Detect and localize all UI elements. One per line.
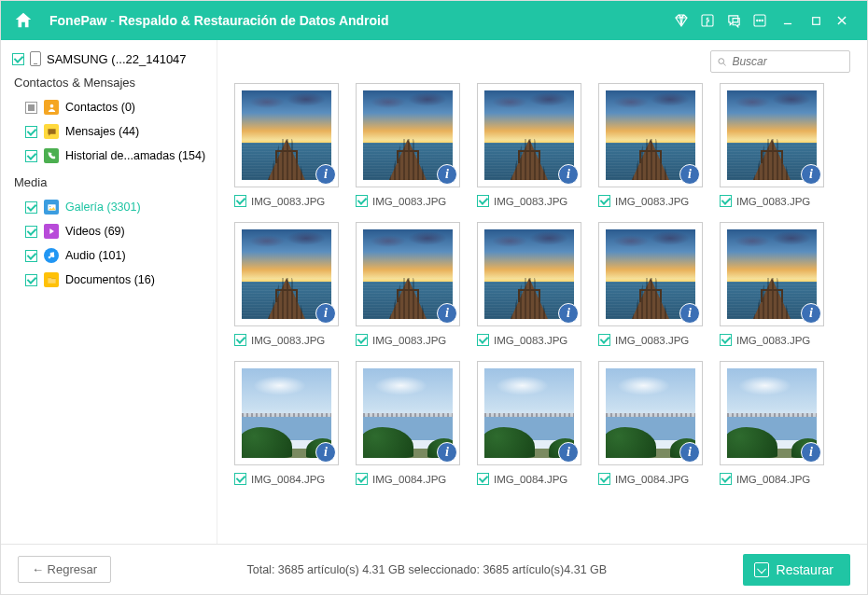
thumbnail[interactable]: i <box>356 83 460 187</box>
thumbnail-checkbox[interactable] <box>720 473 732 485</box>
item-checkbox[interactable] <box>25 274 37 286</box>
sidebar-item-label: Documentos (16) <box>65 273 155 286</box>
search-box[interactable] <box>710 50 850 73</box>
search-input[interactable] <box>732 55 844 68</box>
thumbnail-checkbox[interactable] <box>477 195 489 207</box>
sidebar-item-docs[interactable]: Documentos (16) <box>12 268 209 292</box>
thumbnail-checkbox[interactable] <box>234 334 246 346</box>
info-icon[interactable]: i <box>679 303 700 324</box>
sidebar-item-videos[interactable]: Videos (69) <box>12 219 209 243</box>
diamond-icon[interactable] <box>669 8 693 33</box>
sidebar-item-contacts[interactable]: Contactos (0) <box>12 95 209 119</box>
back-button[interactable]: ← Regresar <box>18 556 111 583</box>
thumbnail-filename: IMG_0083.JPG <box>372 196 446 207</box>
thumbnail[interactable]: i <box>477 222 581 326</box>
phone-icon <box>30 51 41 66</box>
sidebar-item-audio[interactable]: Audio (101) <box>12 243 209 268</box>
thumbnail[interactable]: i <box>234 361 339 465</box>
thumbnail[interactable]: i <box>598 83 703 187</box>
thumbnail[interactable]: i <box>598 361 703 465</box>
svg-line-15 <box>723 62 725 64</box>
home-button[interactable] <box>1 1 46 40</box>
thumbnail-filename: IMG_0084.JPG <box>251 474 325 485</box>
item-checkbox[interactable] <box>25 201 37 214</box>
thumbnail-checkbox[interactable] <box>598 195 610 207</box>
info-icon[interactable]: i <box>315 303 336 324</box>
device-checkbox[interactable] <box>12 53 24 65</box>
footer: ← Regresar Total: 3685 artículo(s) 4.31 … <box>1 544 867 594</box>
item-checkbox[interactable] <box>25 250 37 262</box>
maximize-button[interactable] <box>804 8 828 33</box>
info-icon[interactable]: i <box>558 303 579 324</box>
facebook-icon[interactable] <box>695 8 720 33</box>
item-checkbox[interactable] <box>25 126 37 138</box>
thumbnail-filename: IMG_0083.JPG <box>494 335 567 346</box>
sidebar-item-label: Galería (3301) <box>65 201 141 214</box>
info-icon[interactable]: i <box>801 303 821 324</box>
thumbnail-filename: IMG_0083.JPG <box>615 335 689 346</box>
info-icon[interactable]: i <box>558 164 579 185</box>
thumbnail-checkbox[interactable] <box>598 473 610 485</box>
thumbnail-label-row: IMG_0083.JPG <box>598 334 703 346</box>
thumbnail[interactable]: i <box>477 361 581 465</box>
thumbnail[interactable]: i <box>356 222 460 326</box>
thumbnail-checkbox[interactable] <box>234 195 246 207</box>
thumbnail[interactable]: i <box>598 222 703 326</box>
info-icon[interactable]: i <box>558 442 579 463</box>
svg-rect-0 <box>702 15 713 26</box>
thumbnail-checkbox[interactable] <box>477 334 489 346</box>
thumbnail-checkbox[interactable] <box>720 195 732 207</box>
sidebar-item-messages[interactable]: Mensajes (44) <box>12 119 209 144</box>
thumbnail-checkbox[interactable] <box>720 334 732 346</box>
thumbnail-cell: iIMG_0083.JPG <box>598 222 703 346</box>
thumbnail-cell: iIMG_0083.JPG <box>234 222 339 346</box>
info-icon[interactable]: i <box>679 442 700 463</box>
restore-button-label: Restaurar <box>777 562 833 577</box>
sidebar-item-calllog[interactable]: Historial de...amadas (154) <box>12 144 209 168</box>
info-icon[interactable]: i <box>801 164 821 185</box>
more-icon[interactable] <box>748 8 772 33</box>
minimize-button[interactable] <box>774 8 802 33</box>
thumbnail-checkbox[interactable] <box>598 334 610 346</box>
sidebar-item-gallery[interactable]: Galería (3301) <box>12 195 209 219</box>
thumbnail-label-row: IMG_0083.JPG <box>477 334 581 346</box>
thumbnail-checkbox[interactable] <box>356 195 368 207</box>
thumbnail[interactable]: i <box>477 83 581 187</box>
info-icon[interactable]: i <box>315 164 336 185</box>
info-icon[interactable]: i <box>437 303 457 324</box>
item-checkbox[interactable] <box>25 226 37 238</box>
thumbnail-cell: iIMG_0083.JPG <box>477 83 581 207</box>
item-checkbox[interactable] <box>25 150 37 162</box>
thumbnail[interactable]: i <box>356 361 460 465</box>
thumbnail[interactable]: i <box>720 83 824 187</box>
thumbnail-cell: iIMG_0083.JPG <box>720 222 824 346</box>
thumbnail-cell: iIMG_0084.JPG <box>356 361 460 485</box>
thumbnail[interactable]: i <box>720 361 824 465</box>
info-icon[interactable]: i <box>801 442 821 463</box>
thumbnail-checkbox[interactable] <box>477 473 489 485</box>
info-icon[interactable]: i <box>679 164 700 185</box>
thumbnail-cell: iIMG_0084.JPG <box>234 361 339 485</box>
info-icon[interactable]: i <box>437 164 457 185</box>
thumbnail-filename: IMG_0083.JPG <box>494 196 567 207</box>
restore-button[interactable]: Restaurar <box>743 554 850 586</box>
item-checkbox[interactable] <box>25 102 37 114</box>
close-button[interactable] <box>830 8 854 33</box>
thumbnail-grid-scroll[interactable]: iIMG_0083.JPGiIMG_0083.JPGiIMG_0083.JPGi… <box>217 83 867 544</box>
thumbnail-filename: IMG_0084.JPG <box>372 474 446 485</box>
thumbnail-checkbox[interactable] <box>356 473 368 485</box>
thumbnail-checkbox[interactable] <box>356 334 368 346</box>
feedback-icon[interactable] <box>721 8 746 33</box>
thumbnail-filename: IMG_0083.JPG <box>736 335 810 346</box>
thumbnail-filename: IMG_0084.JPG <box>615 474 689 485</box>
thumbnail[interactable]: i <box>234 83 339 187</box>
thumbnail-label-row: IMG_0083.JPG <box>234 334 339 346</box>
device-row[interactable]: SAMSUNG (...22_141047 <box>12 51 209 66</box>
thumbnail[interactable]: i <box>720 222 824 326</box>
thumbnail-checkbox[interactable] <box>234 473 246 485</box>
info-icon[interactable]: i <box>437 442 457 463</box>
info-icon[interactable]: i <box>315 442 336 463</box>
category-header: Media <box>12 175 209 189</box>
thumbnail-filename: IMG_0084.JPG <box>736 474 810 485</box>
thumbnail[interactable]: i <box>234 222 339 326</box>
